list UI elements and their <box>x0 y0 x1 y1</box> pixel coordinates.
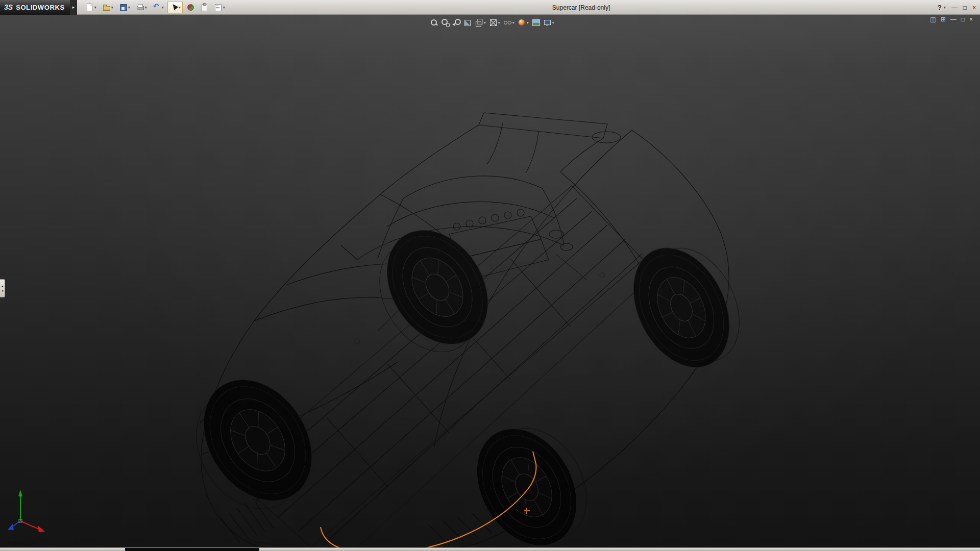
wheel-wireframe-rear-left <box>357 211 509 370</box>
apply-scene-icon <box>532 18 540 27</box>
undo-icon <box>153 3 161 11</box>
close-document-button[interactable]: × <box>969 16 973 23</box>
dropdown-arrow-icon[interactable]: ▾ <box>111 5 113 10</box>
dropdown-arrow-icon[interactable]: ▾ <box>179 5 181 10</box>
brand-name: SOLIDWORKS <box>16 4 65 11</box>
pane-collapse-arrow-icon: ◂ <box>2 288 4 293</box>
dropdown-arrow-icon[interactable]: ▾ <box>484 20 486 25</box>
wireframe-car-model[interactable] <box>0 15 980 547</box>
display-style-icon <box>489 18 497 27</box>
help-button[interactable]: ? ▾ <box>938 4 946 11</box>
feature-pane-collapse-tab[interactable]: ◂ ◂ <box>0 279 5 297</box>
solidworks-logo: 3S SOLIDWORKS <box>0 0 70 15</box>
zoom-to-fit-icon <box>430 18 438 27</box>
hide-show-items-button[interactable]: ▾ <box>503 17 515 28</box>
wheel-wireframe-rear-right <box>615 227 757 383</box>
solidworks-logo-icon: 3S <box>4 3 13 11</box>
options-icon <box>214 3 222 11</box>
titlebar: 3S SOLIDWORKS ▸ ▾▾▾▾▾▾▾ Supercar [Read-o… <box>0 0 980 15</box>
wheel-wireframe-front-left <box>172 359 334 529</box>
section-view-icon <box>463 18 472 27</box>
window-title: Supercar [Read-only] <box>552 0 610 15</box>
view-orientation-icon <box>475 18 483 27</box>
status-bar <box>0 547 980 551</box>
display-style-button[interactable]: ▾ <box>488 17 501 28</box>
open-button[interactable]: ▾ <box>100 1 115 13</box>
save-button[interactable]: ▾ <box>117 1 132 13</box>
previous-view-icon <box>452 18 460 27</box>
edit-appearance-button[interactable]: ▾ <box>517 17 529 28</box>
window-controls: ? ▾ —□× <box>938 0 976 15</box>
previous-view-button[interactable] <box>452 17 461 28</box>
view-orientation-button[interactable]: ▾ <box>474 17 486 28</box>
dropdown-arrow-icon[interactable]: ▾ <box>145 5 147 10</box>
save-icon <box>119 3 127 11</box>
help-icon: ? <box>938 4 942 11</box>
file-properties-icon <box>200 3 208 11</box>
select-icon <box>169 3 178 11</box>
dropdown-arrow-icon[interactable]: ▾ <box>552 20 554 25</box>
edit-appearance-icon <box>518 18 526 27</box>
close-window-button[interactable]: × <box>972 5 976 11</box>
file-properties-button[interactable] <box>198 1 210 13</box>
dropdown-arrow-icon[interactable]: ▾ <box>512 20 514 25</box>
tile-windows-button[interactable]: ⊞ <box>941 16 946 23</box>
edit-color-button[interactable] <box>184 1 197 13</box>
dropdown-arrow-icon[interactable]: ▾ <box>94 5 96 10</box>
minimize-window-button[interactable]: — <box>951 5 958 11</box>
zoom-to-area-icon <box>441 18 449 27</box>
restore-window-button[interactable]: □ <box>963 5 967 11</box>
view-settings-button[interactable]: ▾ <box>543 17 555 28</box>
orientation-triad <box>2 485 58 536</box>
graphics-viewport[interactable]: ▾▾▾▾▾ ◫⊞—□× ◂ ◂ *Dimetric <box>0 15 980 547</box>
new-document-icon <box>85 3 93 11</box>
apply-scene-button[interactable] <box>531 17 541 28</box>
view-orientation-label: *Dimetric <box>8 539 35 547</box>
edit-color-icon <box>186 3 194 11</box>
hide-show-items-icon <box>503 18 511 27</box>
wheel-wireframe-front-right <box>457 406 606 547</box>
dropdown-arrow-icon[interactable]: ▾ <box>527 20 529 25</box>
section-view-button[interactable] <box>463 17 472 28</box>
split-window-button[interactable]: ◫ <box>930 16 936 23</box>
window-buttons: —□× <box>951 5 976 11</box>
dropdown-arrow-icon[interactable]: ▾ <box>223 5 225 10</box>
print-icon <box>136 3 144 11</box>
select-button[interactable]: ▾ <box>167 1 183 13</box>
dropdown-arrow-icon[interactable]: ▾ <box>128 5 130 10</box>
dropdown-arrow-icon[interactable]: ▾ <box>944 5 946 10</box>
dropdown-arrow-icon[interactable]: ▾ <box>498 20 500 25</box>
minimize-document-button[interactable]: — <box>950 16 957 23</box>
menu-flyout-arrow-icon[interactable]: ▸ <box>70 0 77 15</box>
heads-up-view-toolbar: ▾▾▾▾▾ <box>429 17 555 28</box>
undo-button[interactable]: ▾ <box>151 1 166 13</box>
zoom-to-area-button[interactable] <box>440 17 450 28</box>
view-settings-icon <box>543 18 551 27</box>
zoom-to-fit-button[interactable] <box>429 17 438 28</box>
restore-document-button[interactable]: □ <box>961 16 965 23</box>
print-button[interactable]: ▾ <box>134 1 149 13</box>
open-icon <box>102 3 110 11</box>
status-bar-dark-segment <box>125 548 259 551</box>
options-button[interactable]: ▾ <box>212 1 227 13</box>
dropdown-arrow-icon[interactable]: ▾ <box>162 5 164 10</box>
pane-collapse-arrow-icon: ◂ <box>2 284 4 288</box>
quick-access-toolbar: ▾▾▾▾▾▾▾ <box>77 1 227 13</box>
document-window-controls: ◫⊞—□× <box>930 16 973 23</box>
new-document-button[interactable]: ▾ <box>83 1 99 13</box>
